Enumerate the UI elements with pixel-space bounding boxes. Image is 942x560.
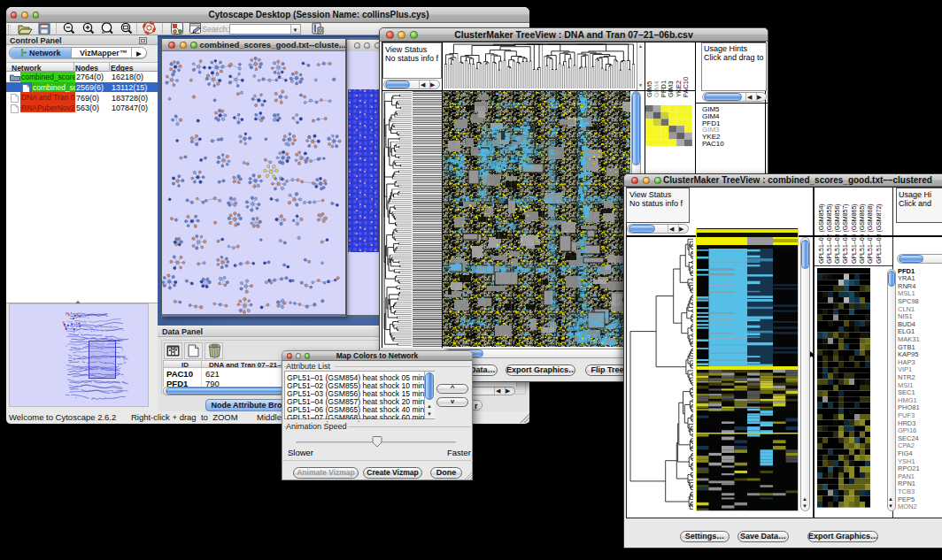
svg-text:GPL51–06 (GSM865): GPL51–06 (GSM865): [859, 203, 866, 264]
svg-text:GPL51–01 (GSM854): GPL51–01 (GSM854): [818, 203, 825, 264]
svg-text:GPL51–02 (GSM855): GPL51–02 (GSM855): [826, 203, 833, 264]
svg-text:GPL51–04 (GSM857): GPL51–04 (GSM857): [842, 203, 849, 264]
svg-text:GPL51–03 (GSM856): GPL51–03 (GSM856): [834, 203, 841, 264]
svg-text:PAC10: PAC10: [682, 77, 690, 97]
svg-text:GPL51–08 (GSM872): GPL51–08 (GSM872): [876, 203, 883, 264]
svg-text:GPL51–07 (GSM868): GPL51–07 (GSM868): [867, 203, 874, 264]
svg-text:GPL51–05 (GSM865): GPL51–05 (GSM865): [851, 203, 858, 264]
